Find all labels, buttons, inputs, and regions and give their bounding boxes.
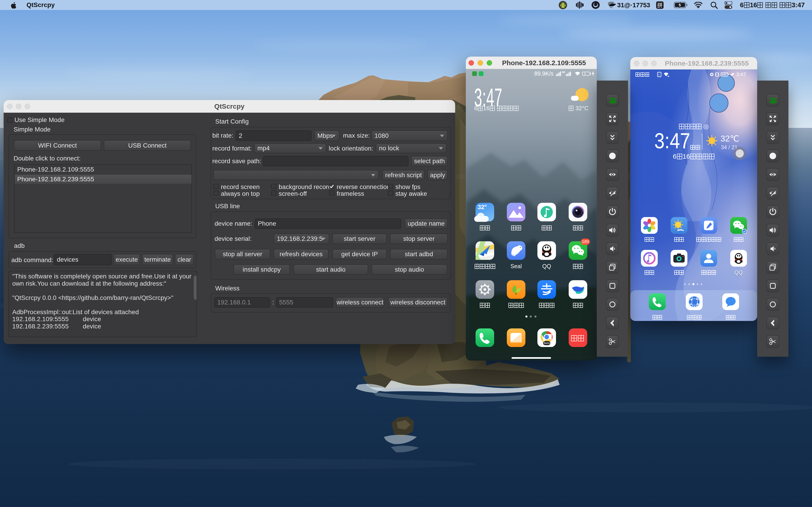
svg-text:5: 5 bbox=[584, 72, 586, 75]
svg-text:!: ! bbox=[658, 73, 659, 76]
svg-text:100: 100 bbox=[722, 73, 726, 76]
svg-text:HD: HD bbox=[562, 71, 565, 73]
svg-text:Beta: Beta bbox=[544, 341, 550, 345]
svg-text:3:47: 3:47 bbox=[736, 72, 746, 77]
